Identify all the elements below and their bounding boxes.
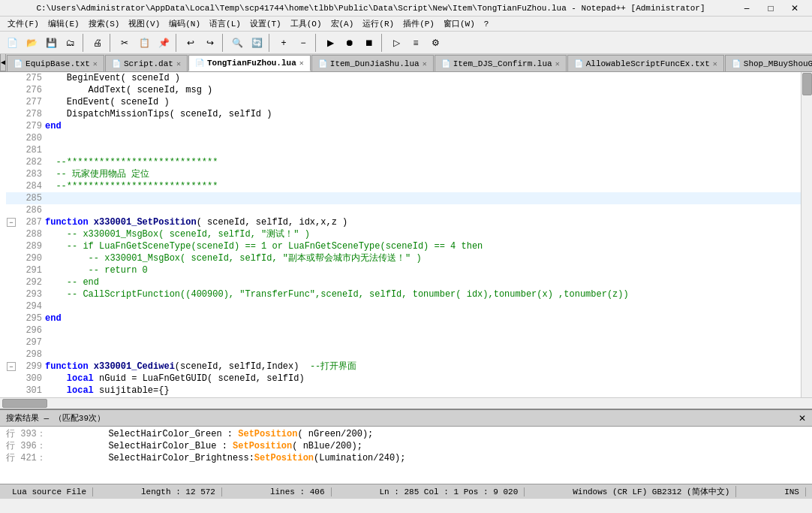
search-title: 搜索结果 — （匹配39次） bbox=[6, 412, 105, 424]
tb-save[interactable]: 💾 bbox=[42, 34, 60, 52]
ln-299: 299 bbox=[18, 361, 45, 373]
ln-301: 301 bbox=[18, 385, 45, 397]
tb-print[interactable]: 🖨 bbox=[89, 34, 107, 52]
tab-close-scriptdat[interactable]: ✕ bbox=[176, 59, 181, 68]
menu-encode[interactable]: 编码(N) bbox=[164, 17, 205, 30]
tb-sep3 bbox=[176, 34, 179, 52]
h-scrollbar[interactable] bbox=[0, 397, 812, 409]
result-linenum-2: 行 421： bbox=[6, 452, 44, 464]
result-match-2: SetPosition bbox=[254, 453, 314, 463]
code-content-276: AddText( sceneId, msg ) bbox=[45, 84, 801, 96]
tab-dunjiashu[interactable]: 📄 Item_DunJiaShu.lua ✕ bbox=[311, 55, 434, 71]
tab-nav-left[interactable]: ◀ bbox=[0, 54, 6, 71]
result-linenum-0: 行 393： bbox=[6, 428, 44, 440]
tab-close-equipbase[interactable]: ✕ bbox=[93, 59, 98, 68]
code-line-278: 278 DispatchMissionTips( sceneId, selfId… bbox=[6, 108, 801, 120]
maximize-button[interactable]: □ bbox=[759, 1, 782, 16]
tab-label-shop: Shop_MBuyShouGong.lua bbox=[744, 59, 812, 68]
tb-saveall[interactable]: 🗂 bbox=[62, 34, 80, 52]
search-close-button[interactable]: ✕ bbox=[798, 413, 806, 424]
tb-run[interactable]: ▷ bbox=[387, 34, 405, 52]
code-content-299: function x330001_Cediwei(sceneId, selfId… bbox=[45, 361, 801, 373]
tb-redo[interactable]: ↪ bbox=[201, 34, 219, 52]
code-content-290: -- x330001_MsgBox( sceneId, selfId, "副本或… bbox=[45, 252, 801, 264]
tb-extra2[interactable]: ⚙ bbox=[426, 34, 444, 52]
menu-plugins[interactable]: 插件(P) bbox=[398, 17, 439, 30]
tb-copy[interactable]: 📋 bbox=[135, 34, 153, 52]
menu-file[interactable]: 文件(F) bbox=[3, 17, 44, 30]
right-scrollbar[interactable] bbox=[801, 72, 812, 397]
ln-292: 292 bbox=[18, 276, 45, 288]
search-header: 搜索结果 — （匹配39次） ✕ bbox=[0, 410, 812, 427]
menu-search[interactable]: 搜索(S) bbox=[84, 17, 125, 30]
menu-lang[interactable]: 语言(L) bbox=[205, 17, 245, 30]
tab-close-djsconfirm[interactable]: ✕ bbox=[555, 59, 560, 68]
tab-icon-equipbase: 📄 bbox=[14, 59, 23, 68]
tab-tongtian[interactable]: 📄 TongTianFuZhou.lua ✕ bbox=[188, 55, 311, 71]
code-line-279: 279 end bbox=[6, 120, 801, 132]
fold-287[interactable]: − bbox=[6, 218, 18, 227]
code-line-280: 280 bbox=[6, 132, 801, 144]
tb-macro1[interactable]: ▶ bbox=[321, 34, 339, 52]
code-content-278: DispatchMissionTips( sceneId, selfId ) bbox=[45, 108, 801, 120]
status-length: length : 12 572 bbox=[135, 487, 222, 496]
code-line-301: 301 local suijitable={} bbox=[6, 385, 801, 397]
tab-icon-djsconfirm: 📄 bbox=[441, 59, 450, 68]
tab-equipbase[interactable]: 📄 EquipBase.txt ✕ bbox=[7, 55, 104, 71]
fold-299[interactable]: − bbox=[6, 362, 18, 371]
ln-298: 298 bbox=[18, 349, 45, 361]
tb-find[interactable]: 🔍 bbox=[228, 34, 246, 52]
tb-undo[interactable]: ↩ bbox=[182, 34, 200, 52]
tb-cut[interactable]: ✂ bbox=[116, 34, 134, 52]
tab-bar: ◀ 📄 EquipBase.txt ✕ 📄 Script.dat ✕ 📄 Ton… bbox=[0, 54, 812, 72]
tab-close-allowable[interactable]: ✕ bbox=[713, 59, 717, 68]
ln-276: 276 bbox=[18, 84, 45, 96]
tab-shop[interactable]: 📄 Shop_MBuyShouGong.lua ✕ bbox=[725, 55, 812, 71]
ln-284: 284 bbox=[18, 180, 45, 192]
menu-help[interactable]: ? bbox=[480, 19, 494, 29]
tb-paste[interactable]: 📌 bbox=[155, 34, 173, 52]
tab-close-dunjiashu[interactable]: ✕ bbox=[423, 59, 427, 68]
code-line-298: 298 bbox=[6, 349, 801, 361]
menu-tools[interactable]: 工具(O) bbox=[286, 17, 326, 30]
menu-macro[interactable]: 宏(A) bbox=[326, 17, 359, 30]
hscroll-thumb[interactable] bbox=[2, 399, 47, 408]
tab-close-tongtian[interactable]: ✕ bbox=[299, 59, 304, 68]
editor[interactable]: 275 BeginEvent( sceneId ) 276 AddText( s… bbox=[0, 72, 801, 397]
menu-window[interactable]: 窗口(W) bbox=[439, 17, 480, 30]
search-result-0: 行 393： SelectHairColor_Green : SetPositi… bbox=[0, 428, 812, 440]
tb-open[interactable]: 📂 bbox=[23, 34, 41, 52]
title-bar: C:\Users\Administrator\AppData\Local\Tem… bbox=[0, 0, 812, 17]
tb-new[interactable]: 📄 bbox=[3, 34, 21, 52]
tab-djsconfirm[interactable]: 📄 Item_DJS_Confirm.lua ✕ bbox=[435, 55, 567, 71]
tb-extra1[interactable]: ≡ bbox=[407, 34, 425, 52]
menu-edit[interactable]: 编辑(E) bbox=[44, 17, 84, 30]
code-area[interactable]: 275 BeginEvent( sceneId ) 276 AddText( s… bbox=[0, 72, 801, 397]
tab-scriptdat[interactable]: 📄 Script.dat ✕ bbox=[105, 55, 188, 71]
tab-allowable[interactable]: 📄 AllowableScriptFuncEx.txt ✕ bbox=[567, 55, 724, 71]
tab-label-dunjiashu: Item_DunJiaShu.lua bbox=[330, 59, 420, 68]
fold-icon-299[interactable]: − bbox=[7, 362, 16, 371]
tb-zoomin[interactable]: + bbox=[275, 34, 293, 52]
close-button[interactable]: ✕ bbox=[783, 1, 806, 16]
tab-label-scriptdat: Script.dat bbox=[124, 59, 173, 68]
code-line-293: 293 -- CallScriptFunction((400900), "Tra… bbox=[6, 288, 801, 300]
vscroll-thumb[interactable] bbox=[802, 73, 812, 95]
menu-run[interactable]: 运行(R) bbox=[358, 17, 398, 30]
menu-settings[interactable]: 设置(T) bbox=[245, 17, 286, 30]
tb-macro3[interactable]: ⏹ bbox=[360, 34, 378, 52]
tb-replace[interactable]: 🔄 bbox=[248, 34, 266, 52]
editor-container: 275 BeginEvent( sceneId ) 276 AddText( s… bbox=[0, 72, 812, 409]
ln-287: 287 bbox=[18, 216, 45, 228]
code-line-295: 295 end bbox=[6, 312, 801, 324]
code-line-296: 296 bbox=[6, 324, 801, 336]
ln-296: 296 bbox=[18, 324, 45, 336]
code-line-290: 290 -- x330001_MsgBox( sceneId, selfId, … bbox=[6, 252, 801, 264]
minimize-button[interactable]: – bbox=[735, 1, 758, 16]
tb-zoomout[interactable]: − bbox=[294, 34, 312, 52]
code-line-300: 300 local nGuid = LuaFnGetGUID( sceneId,… bbox=[6, 373, 801, 385]
menu-view[interactable]: 视图(V) bbox=[124, 17, 164, 30]
fold-icon-287[interactable]: − bbox=[7, 218, 16, 227]
tb-sep4 bbox=[222, 34, 225, 52]
tb-macro2[interactable]: ⏺ bbox=[341, 34, 359, 52]
